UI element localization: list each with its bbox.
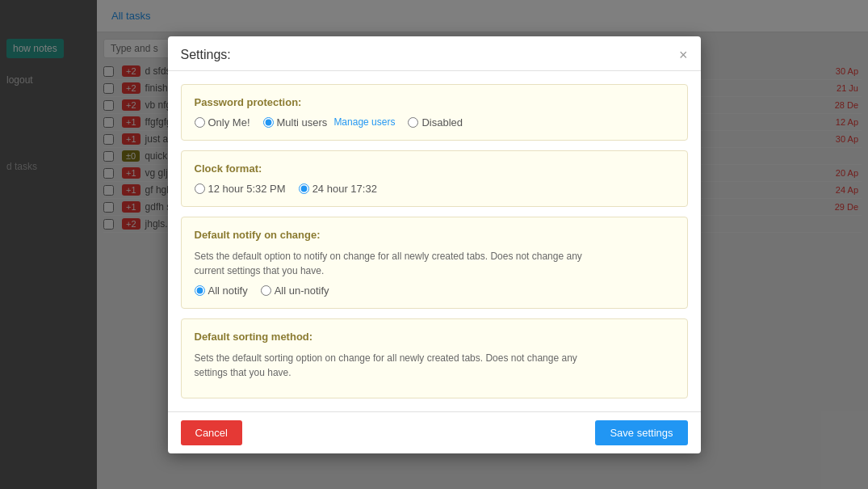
password-radio-group: Only Me! Multi users Manage users Disabl… xyxy=(195,116,674,129)
disabled-radio[interactable] xyxy=(408,117,418,128)
multi-users-option[interactable]: Multi users xyxy=(263,116,328,129)
modal-overlay: Settings: × Password protection: Only Me… xyxy=(0,0,868,489)
modal-footer: Cancel Save settings xyxy=(168,411,701,453)
disabled-option[interactable]: Disabled xyxy=(408,116,463,129)
modal-header: Settings: × xyxy=(168,36,701,71)
only-me-option[interactable]: Only Me! xyxy=(195,116,250,129)
24-hour-radio[interactable] xyxy=(299,183,309,194)
save-settings-button[interactable]: Save settings xyxy=(595,420,687,445)
all-unnotify-label: All un-notify xyxy=(275,285,329,297)
all-notify-radio[interactable] xyxy=(195,285,205,296)
all-unnotify-radio[interactable] xyxy=(261,285,271,296)
disabled-label: Disabled xyxy=(421,116,463,129)
modal-close-button[interactable]: × xyxy=(679,48,688,62)
modal-title: Settings: xyxy=(181,48,231,62)
12-hour-label: 12 hour 5:32 PM xyxy=(208,183,286,195)
12-hour-radio[interactable] xyxy=(195,183,205,194)
sorting-section: Default sorting method: Sets the default… xyxy=(181,318,688,398)
manage-users-link[interactable]: Manage users xyxy=(333,116,395,128)
multi-users-radio[interactable] xyxy=(263,117,274,128)
sorting-section-title: Default sorting method: xyxy=(195,331,674,343)
all-notify-label: All notify xyxy=(208,285,248,297)
all-notify-option[interactable]: All notify xyxy=(195,285,248,297)
notify-section-title: Default notify on change: xyxy=(195,229,674,241)
multi-users-label: Multi users xyxy=(277,116,328,129)
only-me-radio[interactable] xyxy=(195,117,205,128)
24-hour-label: 24 hour 17:32 xyxy=(312,183,377,195)
only-me-label: Only Me! xyxy=(208,116,250,129)
sorting-description: Sets the default sorting option on chang… xyxy=(195,351,674,380)
settings-modal: Settings: × Password protection: Only Me… xyxy=(168,36,701,453)
clock-section-title: Clock format: xyxy=(195,162,674,175)
24-hour-option[interactable]: 24 hour 17:32 xyxy=(299,183,377,195)
notify-description: Sets the default option to notify on cha… xyxy=(195,249,674,278)
all-unnotify-option[interactable]: All un-notify xyxy=(261,285,329,297)
clock-section: Clock format: 12 hour 5:32 PM 24 hour 17… xyxy=(181,150,688,207)
password-section-title: Password protection: xyxy=(195,96,674,108)
modal-body: Password protection: Only Me! Multi user… xyxy=(168,71,701,411)
clock-radio-group: 12 hour 5:32 PM 24 hour 17:32 xyxy=(195,183,674,195)
12-hour-option[interactable]: 12 hour 5:32 PM xyxy=(195,183,286,195)
password-section: Password protection: Only Me! Multi user… xyxy=(181,84,688,141)
cancel-button[interactable]: Cancel xyxy=(181,420,242,445)
notify-section: Default notify on change: Sets the defau… xyxy=(181,217,688,309)
notify-radio-group: All notify All un-notify xyxy=(195,285,674,297)
